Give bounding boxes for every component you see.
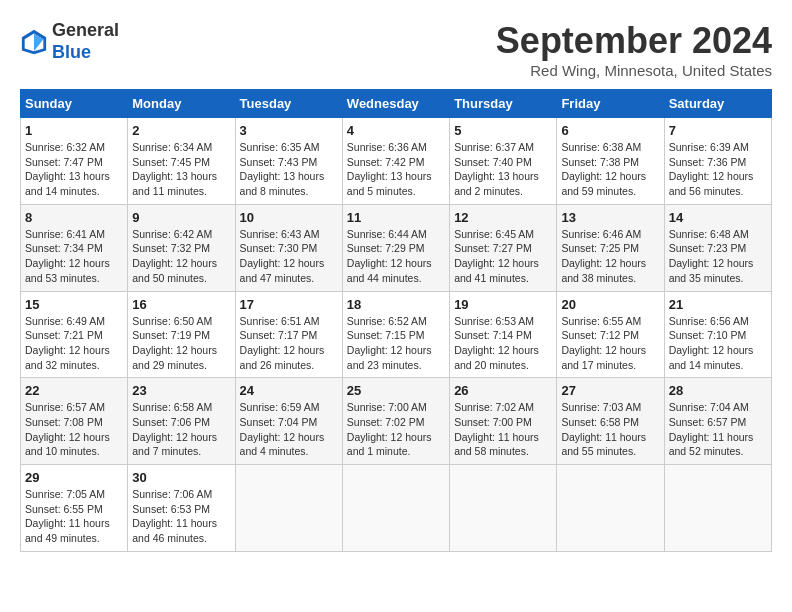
calendar-cell: 20Sunrise: 6:55 AMSunset: 7:12 PMDayligh…	[557, 291, 664, 378]
calendar-cell: 10Sunrise: 6:43 AMSunset: 7:30 PMDayligh…	[235, 204, 342, 291]
day-info: Sunrise: 6:49 AMSunset: 7:21 PMDaylight:…	[25, 314, 123, 373]
day-number: 1	[25, 123, 123, 138]
day-info: Sunrise: 6:45 AMSunset: 7:27 PMDaylight:…	[454, 227, 552, 286]
day-info: Sunrise: 7:06 AMSunset: 6:53 PMDaylight:…	[132, 487, 230, 546]
week-row-5: 29Sunrise: 7:05 AMSunset: 6:55 PMDayligh…	[21, 465, 772, 552]
weekday-header-monday: Monday	[128, 90, 235, 118]
calendar-cell: 13Sunrise: 6:46 AMSunset: 7:25 PMDayligh…	[557, 204, 664, 291]
day-info: Sunrise: 6:59 AMSunset: 7:04 PMDaylight:…	[240, 400, 338, 459]
calendar-cell: 24Sunrise: 6:59 AMSunset: 7:04 PMDayligh…	[235, 378, 342, 465]
week-row-1: 1Sunrise: 6:32 AMSunset: 7:47 PMDaylight…	[21, 118, 772, 205]
day-number: 29	[25, 470, 123, 485]
day-info: Sunrise: 6:38 AMSunset: 7:38 PMDaylight:…	[561, 140, 659, 199]
calendar-cell: 18Sunrise: 6:52 AMSunset: 7:15 PMDayligh…	[342, 291, 449, 378]
weekday-header-sunday: Sunday	[21, 90, 128, 118]
calendar-cell: 17Sunrise: 6:51 AMSunset: 7:17 PMDayligh…	[235, 291, 342, 378]
week-row-4: 22Sunrise: 6:57 AMSunset: 7:08 PMDayligh…	[21, 378, 772, 465]
title-block: September 2024 Red Wing, Minnesota, Unit…	[496, 20, 772, 79]
calendar-cell: 4Sunrise: 6:36 AMSunset: 7:42 PMDaylight…	[342, 118, 449, 205]
day-number: 19	[454, 297, 552, 312]
day-number: 2	[132, 123, 230, 138]
day-number: 25	[347, 383, 445, 398]
day-number: 9	[132, 210, 230, 225]
day-number: 24	[240, 383, 338, 398]
logo-general-text: General	[52, 20, 119, 40]
day-number: 21	[669, 297, 767, 312]
calendar-cell: 23Sunrise: 6:58 AMSunset: 7:06 PMDayligh…	[128, 378, 235, 465]
calendar-cell: 5Sunrise: 6:37 AMSunset: 7:40 PMDaylight…	[450, 118, 557, 205]
day-info: Sunrise: 6:41 AMSunset: 7:34 PMDaylight:…	[25, 227, 123, 286]
day-number: 13	[561, 210, 659, 225]
calendar-table: SundayMondayTuesdayWednesdayThursdayFrid…	[20, 89, 772, 552]
calendar-cell: 2Sunrise: 6:34 AMSunset: 7:45 PMDaylight…	[128, 118, 235, 205]
day-info: Sunrise: 7:02 AMSunset: 7:00 PMDaylight:…	[454, 400, 552, 459]
calendar-cell	[342, 465, 449, 552]
calendar-cell	[235, 465, 342, 552]
calendar-cell: 14Sunrise: 6:48 AMSunset: 7:23 PMDayligh…	[664, 204, 771, 291]
day-info: Sunrise: 6:34 AMSunset: 7:45 PMDaylight:…	[132, 140, 230, 199]
day-info: Sunrise: 6:35 AMSunset: 7:43 PMDaylight:…	[240, 140, 338, 199]
day-number: 16	[132, 297, 230, 312]
day-info: Sunrise: 6:46 AMSunset: 7:25 PMDaylight:…	[561, 227, 659, 286]
calendar-cell: 12Sunrise: 6:45 AMSunset: 7:27 PMDayligh…	[450, 204, 557, 291]
logo: General Blue	[20, 20, 119, 63]
day-number: 3	[240, 123, 338, 138]
day-number: 15	[25, 297, 123, 312]
calendar-cell: 15Sunrise: 6:49 AMSunset: 7:21 PMDayligh…	[21, 291, 128, 378]
weekday-header-friday: Friday	[557, 90, 664, 118]
day-info: Sunrise: 7:04 AMSunset: 6:57 PMDaylight:…	[669, 400, 767, 459]
day-number: 27	[561, 383, 659, 398]
day-number: 11	[347, 210, 445, 225]
day-info: Sunrise: 6:44 AMSunset: 7:29 PMDaylight:…	[347, 227, 445, 286]
calendar-cell: 1Sunrise: 6:32 AMSunset: 7:47 PMDaylight…	[21, 118, 128, 205]
calendar-cell: 3Sunrise: 6:35 AMSunset: 7:43 PMDaylight…	[235, 118, 342, 205]
day-info: Sunrise: 6:48 AMSunset: 7:23 PMDaylight:…	[669, 227, 767, 286]
calendar-cell: 30Sunrise: 7:06 AMSunset: 6:53 PMDayligh…	[128, 465, 235, 552]
day-info: Sunrise: 6:50 AMSunset: 7:19 PMDaylight:…	[132, 314, 230, 373]
day-number: 17	[240, 297, 338, 312]
day-info: Sunrise: 6:39 AMSunset: 7:36 PMDaylight:…	[669, 140, 767, 199]
day-info: Sunrise: 6:56 AMSunset: 7:10 PMDaylight:…	[669, 314, 767, 373]
day-info: Sunrise: 6:57 AMSunset: 7:08 PMDaylight:…	[25, 400, 123, 459]
day-info: Sunrise: 6:36 AMSunset: 7:42 PMDaylight:…	[347, 140, 445, 199]
logo-icon	[20, 28, 48, 56]
day-info: Sunrise: 7:05 AMSunset: 6:55 PMDaylight:…	[25, 487, 123, 546]
weekday-header-thursday: Thursday	[450, 90, 557, 118]
calendar-cell	[557, 465, 664, 552]
calendar-cell: 26Sunrise: 7:02 AMSunset: 7:00 PMDayligh…	[450, 378, 557, 465]
day-number: 6	[561, 123, 659, 138]
day-number: 26	[454, 383, 552, 398]
day-info: Sunrise: 6:32 AMSunset: 7:47 PMDaylight:…	[25, 140, 123, 199]
calendar-cell: 7Sunrise: 6:39 AMSunset: 7:36 PMDaylight…	[664, 118, 771, 205]
week-row-2: 8Sunrise: 6:41 AMSunset: 7:34 PMDaylight…	[21, 204, 772, 291]
day-number: 22	[25, 383, 123, 398]
weekday-header-wednesday: Wednesday	[342, 90, 449, 118]
calendar-cell: 6Sunrise: 6:38 AMSunset: 7:38 PMDaylight…	[557, 118, 664, 205]
day-info: Sunrise: 6:42 AMSunset: 7:32 PMDaylight:…	[132, 227, 230, 286]
month-title: September 2024	[496, 20, 772, 62]
weekday-header-row: SundayMondayTuesdayWednesdayThursdayFrid…	[21, 90, 772, 118]
logo-blue-text: Blue	[52, 42, 91, 62]
day-info: Sunrise: 6:55 AMSunset: 7:12 PMDaylight:…	[561, 314, 659, 373]
day-info: Sunrise: 6:51 AMSunset: 7:17 PMDaylight:…	[240, 314, 338, 373]
calendar-cell: 22Sunrise: 6:57 AMSunset: 7:08 PMDayligh…	[21, 378, 128, 465]
calendar-cell: 21Sunrise: 6:56 AMSunset: 7:10 PMDayligh…	[664, 291, 771, 378]
calendar-cell: 11Sunrise: 6:44 AMSunset: 7:29 PMDayligh…	[342, 204, 449, 291]
day-info: Sunrise: 6:37 AMSunset: 7:40 PMDaylight:…	[454, 140, 552, 199]
day-number: 12	[454, 210, 552, 225]
day-info: Sunrise: 7:03 AMSunset: 6:58 PMDaylight:…	[561, 400, 659, 459]
day-number: 18	[347, 297, 445, 312]
calendar-cell: 27Sunrise: 7:03 AMSunset: 6:58 PMDayligh…	[557, 378, 664, 465]
day-info: Sunrise: 6:53 AMSunset: 7:14 PMDaylight:…	[454, 314, 552, 373]
calendar-cell: 8Sunrise: 6:41 AMSunset: 7:34 PMDaylight…	[21, 204, 128, 291]
calendar-cell: 9Sunrise: 6:42 AMSunset: 7:32 PMDaylight…	[128, 204, 235, 291]
day-number: 23	[132, 383, 230, 398]
location-title: Red Wing, Minnesota, United States	[496, 62, 772, 79]
weekday-header-saturday: Saturday	[664, 90, 771, 118]
day-number: 5	[454, 123, 552, 138]
calendar-cell: 29Sunrise: 7:05 AMSunset: 6:55 PMDayligh…	[21, 465, 128, 552]
day-info: Sunrise: 6:43 AMSunset: 7:30 PMDaylight:…	[240, 227, 338, 286]
day-number: 30	[132, 470, 230, 485]
day-number: 8	[25, 210, 123, 225]
calendar-cell: 19Sunrise: 6:53 AMSunset: 7:14 PMDayligh…	[450, 291, 557, 378]
